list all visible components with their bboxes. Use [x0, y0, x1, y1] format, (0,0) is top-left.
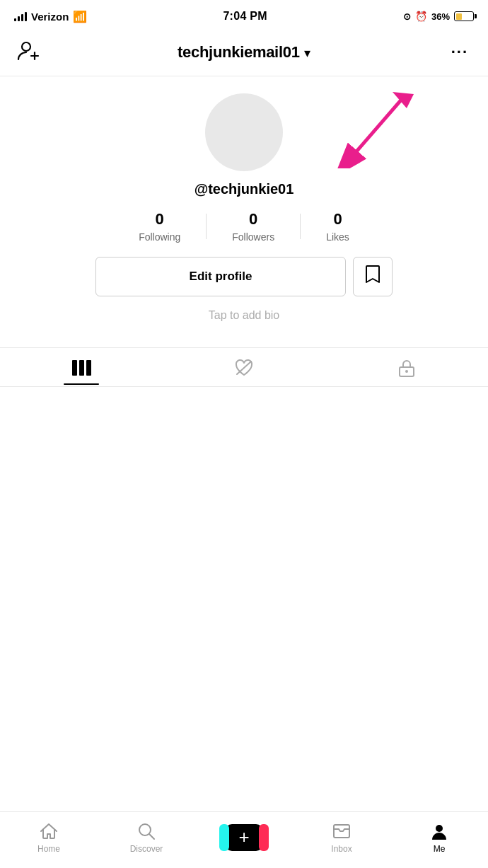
content-area	[0, 387, 488, 613]
status-right: ⊙ ⏰ 36%	[403, 11, 474, 22]
svg-rect-6	[72, 360, 77, 376]
followers-stat[interactable]: 0 Followers	[207, 210, 300, 243]
battery-icon	[454, 11, 474, 21]
action-buttons: Edit profile	[95, 257, 393, 296]
likes-label: Likes	[326, 231, 349, 243]
nav-create[interactable]: +	[195, 824, 293, 851]
tab-liked[interactable]	[163, 349, 325, 386]
tabs-row	[0, 348, 488, 386]
svg-rect-8	[86, 360, 91, 376]
bookmark-icon	[364, 265, 381, 289]
svg-rect-7	[79, 360, 84, 376]
inbox-icon	[332, 821, 352, 841]
carrier-text: Verizon	[31, 11, 69, 23]
nav-inbox-label: Inbox	[331, 844, 352, 854]
avatar	[205, 93, 283, 171]
arrow-annotation	[325, 91, 417, 171]
more-options-button[interactable]: ···	[446, 40, 474, 64]
tabs-section	[0, 347, 488, 387]
record-icon: ⊙	[403, 11, 411, 22]
nav-home-label: Home	[37, 844, 60, 854]
following-label: Following	[139, 231, 180, 243]
nav-home[interactable]: Home	[0, 821, 98, 854]
nav-me-label: Me	[434, 844, 446, 854]
top-nav: techjunkiemail01 ▾ ···	[0, 31, 488, 76]
status-bar: Verizon 📶 7:04 PM ⊙ ⏰ 36%	[0, 0, 488, 31]
likes-count: 0	[333, 210, 342, 228]
create-button[interactable]: +	[225, 824, 263, 851]
username-dropdown[interactable]: techjunkiemail01 ▾	[178, 43, 310, 62]
tab-private[interactable]	[325, 348, 488, 386]
wifi-icon: 📶	[73, 10, 87, 23]
bottom-nav: Home Discover + Inbox Me	[0, 811, 488, 868]
svg-point-0	[22, 42, 30, 51]
edit-profile-button[interactable]: Edit profile	[95, 257, 346, 296]
nav-inbox[interactable]: Inbox	[293, 821, 390, 854]
profile-section: @techjunkie01 0 Following 0 Followers 0 …	[0, 76, 488, 333]
status-left: Verizon 📶	[14, 10, 87, 23]
svg-line-4	[357, 98, 403, 151]
username-text: techjunkiemail01	[178, 43, 300, 62]
svg-point-15	[436, 825, 443, 832]
svg-point-11	[405, 370, 408, 373]
plus-icon: +	[238, 826, 249, 848]
chevron-down-icon: ▾	[304, 45, 310, 61]
stats-row: 0 Following 0 Followers 0 Likes	[14, 210, 474, 243]
home-icon	[39, 821, 59, 841]
bio-placeholder[interactable]: Tap to add bio	[209, 309, 280, 322]
nav-discover-label: Discover	[130, 844, 163, 854]
profile-icon	[429, 821, 449, 841]
add-user-button[interactable]	[14, 37, 42, 67]
tab-videos[interactable]	[0, 349, 163, 385]
nav-me[interactable]: Me	[390, 821, 488, 854]
alarm-icon: ⏰	[415, 11, 427, 22]
liked-icon	[234, 359, 254, 377]
following-count: 0	[156, 210, 164, 228]
status-time: 7:04 PM	[223, 10, 267, 23]
add-user-icon	[17, 40, 40, 62]
likes-stat[interactable]: 0 Likes	[301, 210, 375, 243]
nav-discover[interactable]: Discover	[98, 821, 195, 854]
grid-icon	[71, 359, 91, 376]
search-icon	[136, 821, 156, 841]
bookmark-button[interactable]	[353, 257, 393, 296]
following-stat[interactable]: 0 Following	[113, 210, 206, 243]
lock-icon	[397, 358, 416, 378]
followers-count: 0	[249, 210, 257, 228]
svg-line-13	[149, 834, 154, 839]
user-handle: @techjunkie01	[194, 181, 294, 197]
signal-icon	[14, 11, 27, 21]
battery-percent: 36%	[431, 11, 450, 22]
svg-line-9	[237, 361, 251, 374]
followers-label: Followers	[232, 231, 274, 243]
